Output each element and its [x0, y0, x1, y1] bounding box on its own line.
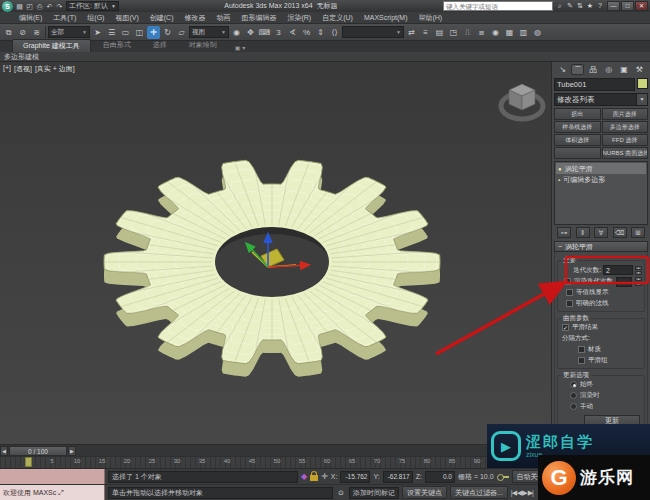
manage-layers-icon[interactable]: ▤ [433, 26, 446, 39]
select-and-manipulate-icon[interactable]: ✥ [244, 26, 257, 39]
x-coordinate-field[interactable]: -15.762 [340, 471, 370, 483]
iterations-spinner[interactable]: ▲▼ [635, 266, 642, 275]
menu-item[interactable]: 动画 [211, 12, 235, 23]
minimize-button[interactable]: — [607, 1, 620, 11]
snaps-toggle-icon[interactable]: 3 [272, 26, 285, 39]
show-end-result-icon[interactable]: ‖ [576, 227, 590, 238]
menu-item[interactable]: 帮助(H) [413, 12, 447, 23]
utilities-tab-icon[interactable]: ⚒ [633, 64, 646, 75]
menu-item[interactable]: 组(G) [82, 12, 109, 23]
favorites-icon[interactable]: ★ [585, 2, 595, 10]
named-selection-dropdown[interactable]: ▼ [342, 26, 404, 38]
select-and-scale-icon[interactable]: ▱ [175, 26, 188, 39]
select-object-icon[interactable]: ➤ [91, 26, 104, 39]
modifier-button[interactable]: NURBS 曲面选择 [602, 147, 649, 159]
menu-item[interactable]: 自定义(U) [317, 12, 358, 23]
modifier-button[interactable]: 样条线选择 [554, 121, 601, 133]
object-color-swatch[interactable] [637, 78, 648, 89]
bind-to-spacewarp-icon[interactable]: ≋ [30, 26, 43, 39]
angle-snap-icon[interactable]: ∢ [286, 26, 299, 39]
key-filters-button[interactable]: 关键点过滤器... [450, 486, 508, 499]
smoothing-groups-checkbox[interactable] [578, 357, 585, 364]
maxscript-mini-listener[interactable] [0, 469, 105, 484]
exchange-icon[interactable]: ⇅ [575, 2, 585, 10]
isoline-display-checkbox[interactable] [566, 289, 573, 296]
render-iterations-field[interactable] [616, 277, 632, 287]
workspace-dropdown[interactable]: 工作区: 默认▼ [66, 1, 119, 11]
menu-item[interactable]: 视图(V) [110, 12, 143, 23]
align-icon[interactable]: ≡ [419, 26, 432, 39]
select-and-rotate-icon[interactable]: ↻ [161, 26, 174, 39]
window-crossing-icon[interactable]: ◫ [133, 26, 146, 39]
time-slider-thumb[interactable]: 0 / 100 [9, 446, 67, 456]
selection-lock-icon[interactable] [310, 475, 318, 481]
select-by-name-icon[interactable]: ☰ [105, 26, 118, 39]
rendered-frame-icon[interactable]: ▥ [517, 26, 530, 39]
modify-tab-icon[interactable]: ⌒ [571, 64, 584, 75]
modifier-list-dropdown[interactable]: 修改器列表 ▼ [554, 93, 648, 106]
modifier-button[interactable]: 挤出 [554, 108, 601, 120]
make-unique-icon[interactable]: ∀ [594, 227, 608, 238]
stack-item-editable-poly[interactable]: ▪ 可编辑多边形 [556, 174, 646, 185]
materials-checkbox[interactable] [578, 346, 585, 353]
z-coordinate-field[interactable]: 0.0 [425, 471, 455, 483]
set-key-button[interactable]: 设置关键点 [402, 486, 447, 499]
reference-coordinate-dropdown[interactable]: 视图▼ [189, 26, 229, 38]
track-bar[interactable]: 5101520253035404550556065707580859095100 [0, 456, 552, 468]
update-always-radio[interactable] [570, 381, 577, 388]
open-file-icon[interactable]: ◰ [25, 1, 34, 12]
ribbon-panel-polygon-modeling[interactable]: 多边形建模 [0, 52, 650, 62]
select-and-move-icon[interactable]: ✛ [147, 26, 160, 39]
pin-stack-icon[interactable]: ⊶ [557, 227, 571, 238]
pen-icon[interactable]: ✎ [565, 2, 575, 10]
save-file-icon[interactable]: ⎙ [35, 1, 44, 12]
spinner-snap-icon[interactable]: ⇕ [314, 26, 327, 39]
render-iterations-checkbox[interactable] [564, 278, 571, 285]
iterations-field[interactable]: 2 [603, 265, 633, 275]
menu-item[interactable]: 编辑(E) [14, 12, 47, 23]
ribbon-options-icon[interactable]: ▣ ▾ [229, 43, 251, 52]
curve-editor-icon[interactable]: ⎍ [461, 26, 474, 39]
isolate-selection-icon[interactable]: ◆ [301, 472, 307, 481]
display-tab-icon[interactable]: ▣ [618, 64, 631, 75]
schematic-view-icon[interactable]: ⧈ [475, 26, 488, 39]
modifier-button[interactable]: FFD 选择 [602, 134, 649, 146]
perspective-viewport[interactable]: [+] [透视] [真实 + 边面] [0, 62, 552, 444]
percent-snap-icon[interactable]: % [300, 26, 313, 39]
previous-frame-icon[interactable]: ◀ [0, 446, 8, 456]
smooth-result-checkbox[interactable]: ✓ [562, 324, 569, 331]
viewport-pov-menu[interactable]: [透视] [14, 64, 32, 74]
remove-modifier-icon[interactable]: ⌫ [613, 227, 627, 238]
graphite-toggle-icon[interactable]: ◳ [447, 26, 460, 39]
next-frame-icon[interactable]: ▶ [68, 446, 76, 456]
select-and-link-icon[interactable]: ⧉ [2, 26, 15, 39]
rectangular-region-icon[interactable]: ▭ [119, 26, 132, 39]
keyboard-override-icon[interactable]: ⌨ [258, 26, 271, 39]
absolute-mode-icon[interactable]: ✛ [321, 472, 328, 481]
redo-icon[interactable]: ↷ [55, 1, 64, 12]
mirror-icon[interactable]: ⇄ [405, 26, 418, 39]
modifier-button[interactable]: 体积选择 [554, 134, 601, 146]
maxscript-welcome[interactable]: 欢迎使用 MAXSc ⤢ [0, 485, 105, 500]
update-when-rendering-radio[interactable] [570, 392, 577, 399]
menu-item[interactable]: 创建(C) [145, 12, 179, 23]
playback-controls[interactable]: |◀ ◀ ▶ ▶| [511, 489, 533, 497]
material-editor-icon[interactable]: ◉ [489, 26, 502, 39]
y-coordinate-field[interactable]: -62.817 [383, 471, 413, 483]
maximize-button[interactable]: □ [621, 1, 634, 11]
rollout-header[interactable]: − 涡轮平滑 [554, 241, 648, 252]
close-button[interactable]: ✕ [635, 1, 648, 11]
render-setup-icon[interactable]: ▦ [503, 26, 516, 39]
viewcube[interactable] [501, 84, 543, 119]
current-frame-marker[interactable] [25, 457, 32, 467]
search-input[interactable] [446, 3, 550, 10]
app-logo-icon[interactable]: S [2, 1, 13, 12]
object-name-field[interactable]: Tube001 [554, 78, 635, 91]
menu-item[interactable]: 修改器 [179, 12, 210, 23]
render-iterations-spinner[interactable]: ▲▼ [635, 277, 642, 286]
use-pivot-center-icon[interactable]: ◉ [230, 26, 243, 39]
configure-modifier-sets-icon[interactable]: ⊞ [631, 227, 645, 238]
render-production-icon[interactable]: ◍ [531, 26, 544, 39]
unlink-selection-icon[interactable]: ⊘ [16, 26, 29, 39]
create-tab-icon[interactable]: ↘ [556, 64, 569, 75]
